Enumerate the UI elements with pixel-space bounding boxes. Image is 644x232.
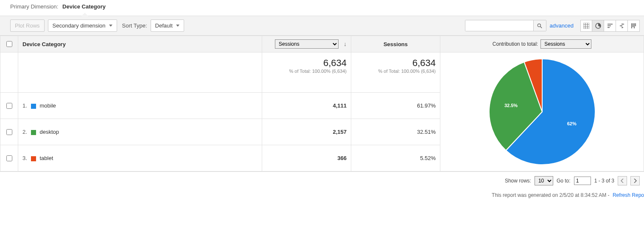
total-sessions-1: 6,634 [266,58,347,69]
totals-row: 6,634 % of Total: 100.00% (6,634) 6,634 … [0,52,644,93]
row-checkbox[interactable] [6,103,12,109]
view-table-button[interactable] [580,20,592,32]
svg-rect-2 [583,23,589,29]
svg-point-0 [538,24,540,27]
goto-input[interactable] [574,177,591,185]
select-all-checkbox[interactable] [6,41,12,47]
refresh-report-link[interactable]: Refresh Repo [613,192,644,198]
contribution-metric-dropdown[interactable]: Sessions [540,39,591,49]
row-label: mobile [39,102,56,109]
total-sessions-2-sub: % of Total: 100.00% (6,634) [356,69,436,74]
view-comparison-button[interactable] [616,20,628,32]
chevron-left-icon [621,179,624,183]
primary-dimension-value[interactable]: Device Category [62,3,106,10]
row-color-swatch [31,130,36,135]
row-label: tablet [39,155,53,161]
data-table: Device Category Sessions ↓ Sessions Cont… [0,36,644,171]
row-label: desktop [39,129,59,135]
prev-page-button[interactable] [618,176,627,185]
row-pct: 32.51% [351,119,440,145]
svg-rect-16 [633,23,633,27]
table-icon [583,23,589,29]
row-rank: 1. [22,102,30,109]
row-pct: 61.97% [351,93,440,119]
sort-type-label: Sort Type: [122,22,147,29]
row-label-cell[interactable]: 2. desktop [18,119,262,145]
row-rank: 3. [22,155,30,161]
row-checkbox[interactable] [6,129,12,135]
row-sessions: 366 [262,145,351,171]
svg-rect-10 [608,27,610,28]
search-button[interactable] [533,20,546,31]
contribution-label: Contribution to total: [493,41,538,47]
primary-dimension-tab-caret [59,10,110,16]
view-toggle-group [580,20,640,32]
table-header-row: Device Category Sessions ↓ Sessions Cont… [0,36,644,52]
comparison-icon [619,23,625,29]
advanced-link[interactable]: advanced [550,22,574,29]
next-page-button[interactable] [630,176,640,185]
metric-selector-dropdown[interactable]: Sessions [275,39,339,49]
row-color-swatch [31,156,36,161]
plot-rows-button[interactable]: Plot Rows [10,19,45,32]
pie-chart-cell: 62%32.5% [440,52,644,171]
pivot-icon [631,23,637,29]
total-sessions-2: 6,634 [356,58,436,69]
svg-rect-17 [634,23,635,28]
svg-rect-15 [631,23,632,28]
device-category-header[interactable]: Device Category [18,36,262,52]
pie-slice-label: 62% [567,121,576,126]
view-pivot-button[interactable] [628,20,640,32]
pagination-range: 1 - 3 of 3 [594,178,614,184]
sessions-column-header[interactable]: Sessions [351,36,440,52]
row-color-swatch [31,104,36,109]
row-sessions: 2,157 [262,119,351,145]
total-sessions-1-sub: % of Total: 100.00% (6,634) [266,69,347,74]
row-sessions: 4,111 [262,93,351,119]
row-label-cell[interactable]: 3. tablet [18,145,262,171]
search-input[interactable] [465,20,533,31]
contribution-header: Contribution to total: Sessions [440,36,644,52]
chevron-down-icon [176,25,179,27]
secondary-dimension-dropdown[interactable]: Secondary dimension [48,19,117,32]
row-rank: 2. [22,129,30,135]
table-footer: Show rows: 10 Go to: 1 - 3 of 3 [0,171,644,190]
svg-rect-14 [622,27,623,28]
search-field [465,20,546,31]
report-generated-note: This report was generated on 2/5/20 at 8… [0,190,644,200]
svg-line-1 [540,26,542,28]
svg-rect-18 [635,23,636,26]
svg-rect-12 [622,24,624,25]
row-pct: 5.52% [351,145,440,171]
bars-icon [607,23,613,29]
select-all-header [0,36,18,52]
search-icon [537,23,543,29]
row-label-cell[interactable]: 1. mobile [18,93,262,119]
svg-rect-8 [608,24,613,25]
goto-label: Go to: [557,178,571,184]
pie-icon [595,23,601,29]
svg-rect-9 [608,25,611,26]
metric-selector-header: Sessions ↓ [262,36,351,52]
svg-rect-13 [620,25,622,26]
chevron-down-icon [109,25,112,27]
view-performance-button[interactable] [604,20,616,32]
toolbar: Plot Rows Secondary dimension Sort Type:… [0,16,644,36]
view-pie-button[interactable] [592,20,604,32]
pie-slice-label: 32.5% [504,103,517,108]
pie-chart: 62%32.5% [487,57,597,167]
show-rows-select[interactable]: 10 [535,176,553,185]
show-rows-label: Show rows: [505,178,531,184]
row-checkbox[interactable] [6,155,12,161]
sort-desc-icon[interactable]: ↓ [344,41,347,47]
primary-dimension-label: Primary Dimension: [10,3,58,10]
chevron-right-icon [633,179,637,183]
sort-type-dropdown[interactable]: Default [151,19,184,32]
